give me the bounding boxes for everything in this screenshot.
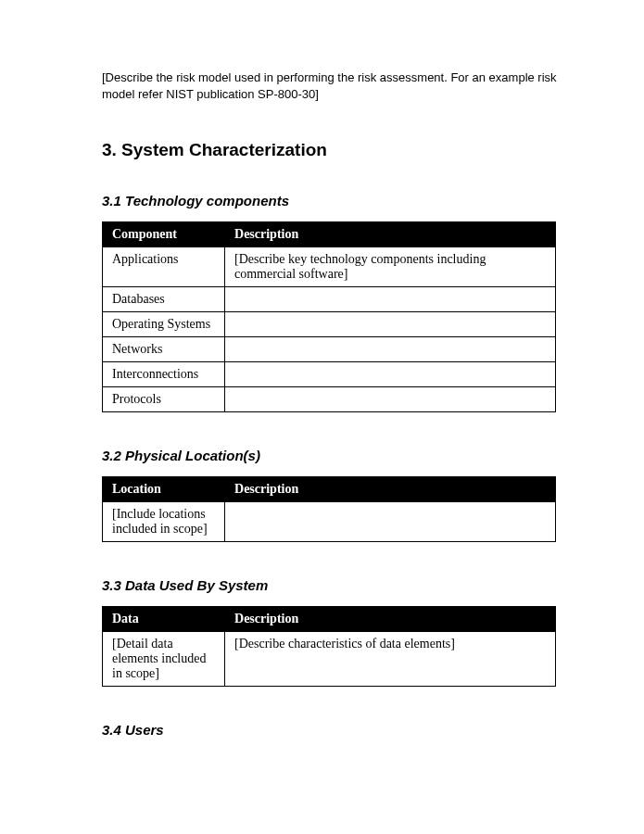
table-header-description: Description — [225, 222, 556, 247]
table-cell: [Describe key technology components incl… — [225, 247, 556, 287]
subsection-heading-3-4: 3.4 Users — [102, 722, 561, 738]
table-cell — [225, 287, 556, 312]
data-used-table: Data Description [Detail data elements i… — [102, 606, 556, 687]
table-cell — [225, 337, 556, 362]
table-cell — [225, 312, 556, 337]
table-header-location: Location — [103, 477, 225, 502]
table-row: Operating Systems — [103, 312, 556, 337]
table-cell: Protocols — [103, 387, 225, 412]
table-cell — [225, 387, 556, 412]
table-cell: Databases — [103, 287, 225, 312]
subsection-heading-3-2: 3.2 Physical Location(s) — [102, 448, 561, 463]
intro-text: [Describe the risk model used in perform… — [102, 70, 561, 103]
table-cell: Interconnections — [103, 362, 225, 387]
subsection-heading-3-3: 3.3 Data Used By System — [102, 577, 561, 593]
table-cell — [225, 362, 556, 387]
table-header-description: Description — [225, 477, 556, 502]
table-cell: Networks — [103, 337, 225, 362]
physical-locations-table: Location Description [Include locations … — [102, 476, 556, 542]
table-row: Applications [Describe key technology co… — [103, 247, 556, 287]
section-heading: 3. System Characterization — [102, 140, 561, 160]
subsection-3-1: 3.1 Technology components Component Desc… — [102, 193, 561, 412]
table-header-row: Location Description — [103, 477, 556, 502]
table-row: Networks — [103, 337, 556, 362]
table-cell — [225, 502, 556, 542]
table-cell: [Include locations included in scope] — [103, 502, 225, 542]
subsection-3-2: 3.2 Physical Location(s) Location Descri… — [102, 448, 561, 542]
table-header-data: Data — [103, 607, 225, 632]
table-header-row: Component Description — [103, 222, 556, 247]
table-header-description: Description — [225, 607, 556, 632]
table-row: [Detail data elements included in scope]… — [103, 632, 556, 687]
subsection-heading-3-1: 3.1 Technology components — [102, 193, 561, 208]
table-cell: [Describe characteristics of data elemen… — [225, 632, 556, 687]
table-header-row: Data Description — [103, 607, 556, 632]
table-row: [Include locations included in scope] — [103, 502, 556, 542]
table-cell: [Detail data elements included in scope] — [103, 632, 225, 687]
technology-components-table: Component Description Applications [Desc… — [102, 221, 556, 412]
table-row: Interconnections — [103, 362, 556, 387]
subsection-3-4: 3.4 Users — [102, 722, 561, 738]
subsection-3-3: 3.3 Data Used By System Data Description… — [102, 577, 561, 687]
table-row: Protocols — [103, 387, 556, 412]
table-cell: Applications — [103, 247, 225, 287]
table-cell: Operating Systems — [103, 312, 225, 337]
table-header-component: Component — [103, 222, 225, 247]
table-row: Databases — [103, 287, 556, 312]
